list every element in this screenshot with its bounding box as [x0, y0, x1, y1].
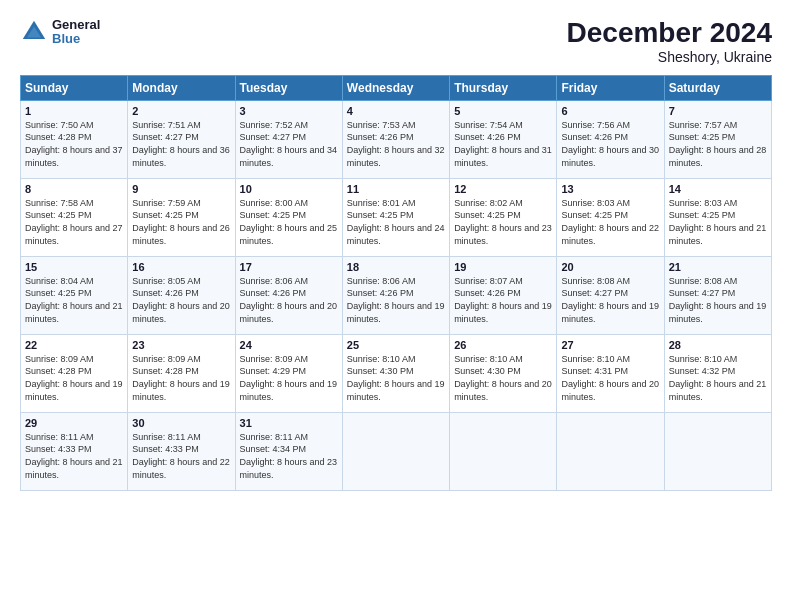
col-header-sunday: Sunday — [21, 75, 128, 100]
calendar-subtitle: Sheshory, Ukraine — [567, 49, 772, 65]
week-row-5: 29Sunrise: 8:11 AMSunset: 4:33 PMDayligh… — [21, 412, 772, 490]
day-number: 8 — [25, 183, 123, 195]
cell-info: Sunrise: 8:10 AMSunset: 4:32 PMDaylight:… — [669, 354, 767, 402]
day-number: 19 — [454, 261, 552, 273]
day-number: 29 — [25, 417, 123, 429]
day-number: 2 — [132, 105, 230, 117]
cell-info: Sunrise: 8:06 AMSunset: 4:26 PMDaylight:… — [347, 276, 445, 324]
cell-info: Sunrise: 8:00 AMSunset: 4:25 PMDaylight:… — [240, 198, 338, 246]
week-row-2: 8Sunrise: 7:58 AMSunset: 4:25 PMDaylight… — [21, 178, 772, 256]
col-header-thursday: Thursday — [450, 75, 557, 100]
logo: General Blue — [20, 18, 100, 47]
day-number: 16 — [132, 261, 230, 273]
cell-info: Sunrise: 7:53 AMSunset: 4:26 PMDaylight:… — [347, 120, 445, 168]
day-number: 3 — [240, 105, 338, 117]
day-number: 22 — [25, 339, 123, 351]
day-cell: 21Sunrise: 8:08 AMSunset: 4:27 PMDayligh… — [664, 256, 771, 334]
week-row-1: 1Sunrise: 7:50 AMSunset: 4:28 PMDaylight… — [21, 100, 772, 178]
day-number: 17 — [240, 261, 338, 273]
title-block: December 2024 Sheshory, Ukraine — [567, 18, 772, 65]
day-cell: 28Sunrise: 8:10 AMSunset: 4:32 PMDayligh… — [664, 334, 771, 412]
day-number: 31 — [240, 417, 338, 429]
cell-info: Sunrise: 8:10 AMSunset: 4:31 PMDaylight:… — [561, 354, 659, 402]
cell-info: Sunrise: 7:52 AMSunset: 4:27 PMDaylight:… — [240, 120, 338, 168]
day-cell — [450, 412, 557, 490]
col-header-friday: Friday — [557, 75, 664, 100]
day-cell: 19Sunrise: 8:07 AMSunset: 4:26 PMDayligh… — [450, 256, 557, 334]
day-number: 28 — [669, 339, 767, 351]
cell-info: Sunrise: 8:10 AMSunset: 4:30 PMDaylight:… — [347, 354, 445, 402]
day-number: 12 — [454, 183, 552, 195]
calendar-title: December 2024 — [567, 18, 772, 49]
day-cell: 25Sunrise: 8:10 AMSunset: 4:30 PMDayligh… — [342, 334, 449, 412]
cell-info: Sunrise: 8:09 AMSunset: 4:28 PMDaylight:… — [132, 354, 230, 402]
day-number: 6 — [561, 105, 659, 117]
cell-info: Sunrise: 7:54 AMSunset: 4:26 PMDaylight:… — [454, 120, 552, 168]
week-row-3: 15Sunrise: 8:04 AMSunset: 4:25 PMDayligh… — [21, 256, 772, 334]
cell-info: Sunrise: 7:59 AMSunset: 4:25 PMDaylight:… — [132, 198, 230, 246]
day-cell — [342, 412, 449, 490]
day-cell: 8Sunrise: 7:58 AMSunset: 4:25 PMDaylight… — [21, 178, 128, 256]
day-cell: 6Sunrise: 7:56 AMSunset: 4:26 PMDaylight… — [557, 100, 664, 178]
cell-info: Sunrise: 7:50 AMSunset: 4:28 PMDaylight:… — [25, 120, 123, 168]
day-cell: 15Sunrise: 8:04 AMSunset: 4:25 PMDayligh… — [21, 256, 128, 334]
col-header-wednesday: Wednesday — [342, 75, 449, 100]
day-number: 4 — [347, 105, 445, 117]
header: General Blue December 2024 Sheshory, Ukr… — [20, 18, 772, 65]
cell-info: Sunrise: 8:04 AMSunset: 4:25 PMDaylight:… — [25, 276, 123, 324]
cell-info: Sunrise: 8:03 AMSunset: 4:25 PMDaylight:… — [561, 198, 659, 246]
cell-info: Sunrise: 8:08 AMSunset: 4:27 PMDaylight:… — [561, 276, 659, 324]
day-cell: 22Sunrise: 8:09 AMSunset: 4:28 PMDayligh… — [21, 334, 128, 412]
cell-info: Sunrise: 8:11 AMSunset: 4:34 PMDaylight:… — [240, 432, 338, 480]
day-cell: 11Sunrise: 8:01 AMSunset: 4:25 PMDayligh… — [342, 178, 449, 256]
day-number: 9 — [132, 183, 230, 195]
day-number: 14 — [669, 183, 767, 195]
logo-text: General Blue — [52, 18, 100, 47]
col-header-tuesday: Tuesday — [235, 75, 342, 100]
logo-line2: Blue — [52, 32, 100, 46]
day-cell: 20Sunrise: 8:08 AMSunset: 4:27 PMDayligh… — [557, 256, 664, 334]
day-number: 7 — [669, 105, 767, 117]
day-cell: 1Sunrise: 7:50 AMSunset: 4:28 PMDaylight… — [21, 100, 128, 178]
cell-info: Sunrise: 8:05 AMSunset: 4:26 PMDaylight:… — [132, 276, 230, 324]
cell-info: Sunrise: 7:56 AMSunset: 4:26 PMDaylight:… — [561, 120, 659, 168]
cell-info: Sunrise: 8:01 AMSunset: 4:25 PMDaylight:… — [347, 198, 445, 246]
day-cell: 5Sunrise: 7:54 AMSunset: 4:26 PMDaylight… — [450, 100, 557, 178]
day-cell: 26Sunrise: 8:10 AMSunset: 4:30 PMDayligh… — [450, 334, 557, 412]
header-row: SundayMondayTuesdayWednesdayThursdayFrid… — [21, 75, 772, 100]
week-row-4: 22Sunrise: 8:09 AMSunset: 4:28 PMDayligh… — [21, 334, 772, 412]
day-cell: 24Sunrise: 8:09 AMSunset: 4:29 PMDayligh… — [235, 334, 342, 412]
cell-info: Sunrise: 8:08 AMSunset: 4:27 PMDaylight:… — [669, 276, 767, 324]
day-cell: 29Sunrise: 8:11 AMSunset: 4:33 PMDayligh… — [21, 412, 128, 490]
cell-info: Sunrise: 8:03 AMSunset: 4:25 PMDaylight:… — [669, 198, 767, 246]
day-cell: 12Sunrise: 8:02 AMSunset: 4:25 PMDayligh… — [450, 178, 557, 256]
day-number: 10 — [240, 183, 338, 195]
cell-info: Sunrise: 8:07 AMSunset: 4:26 PMDaylight:… — [454, 276, 552, 324]
day-cell — [664, 412, 771, 490]
day-cell: 27Sunrise: 8:10 AMSunset: 4:31 PMDayligh… — [557, 334, 664, 412]
day-cell: 31Sunrise: 8:11 AMSunset: 4:34 PMDayligh… — [235, 412, 342, 490]
day-cell: 13Sunrise: 8:03 AMSunset: 4:25 PMDayligh… — [557, 178, 664, 256]
day-number: 20 — [561, 261, 659, 273]
logo-line1: General — [52, 18, 100, 32]
day-cell: 16Sunrise: 8:05 AMSunset: 4:26 PMDayligh… — [128, 256, 235, 334]
day-cell: 30Sunrise: 8:11 AMSunset: 4:33 PMDayligh… — [128, 412, 235, 490]
day-number: 11 — [347, 183, 445, 195]
cell-info: Sunrise: 7:51 AMSunset: 4:27 PMDaylight:… — [132, 120, 230, 168]
cell-info: Sunrise: 8:11 AMSunset: 4:33 PMDaylight:… — [132, 432, 230, 480]
day-cell — [557, 412, 664, 490]
day-cell: 18Sunrise: 8:06 AMSunset: 4:26 PMDayligh… — [342, 256, 449, 334]
day-number: 23 — [132, 339, 230, 351]
day-number: 24 — [240, 339, 338, 351]
day-number: 13 — [561, 183, 659, 195]
cell-info: Sunrise: 7:57 AMSunset: 4:25 PMDaylight:… — [669, 120, 767, 168]
day-cell: 3Sunrise: 7:52 AMSunset: 4:27 PMDaylight… — [235, 100, 342, 178]
col-header-saturday: Saturday — [664, 75, 771, 100]
day-number: 21 — [669, 261, 767, 273]
day-cell: 14Sunrise: 8:03 AMSunset: 4:25 PMDayligh… — [664, 178, 771, 256]
day-number: 18 — [347, 261, 445, 273]
cell-info: Sunrise: 8:02 AMSunset: 4:25 PMDaylight:… — [454, 198, 552, 246]
page: General Blue December 2024 Sheshory, Ukr… — [0, 0, 792, 612]
day-number: 5 — [454, 105, 552, 117]
day-cell: 10Sunrise: 8:00 AMSunset: 4:25 PMDayligh… — [235, 178, 342, 256]
